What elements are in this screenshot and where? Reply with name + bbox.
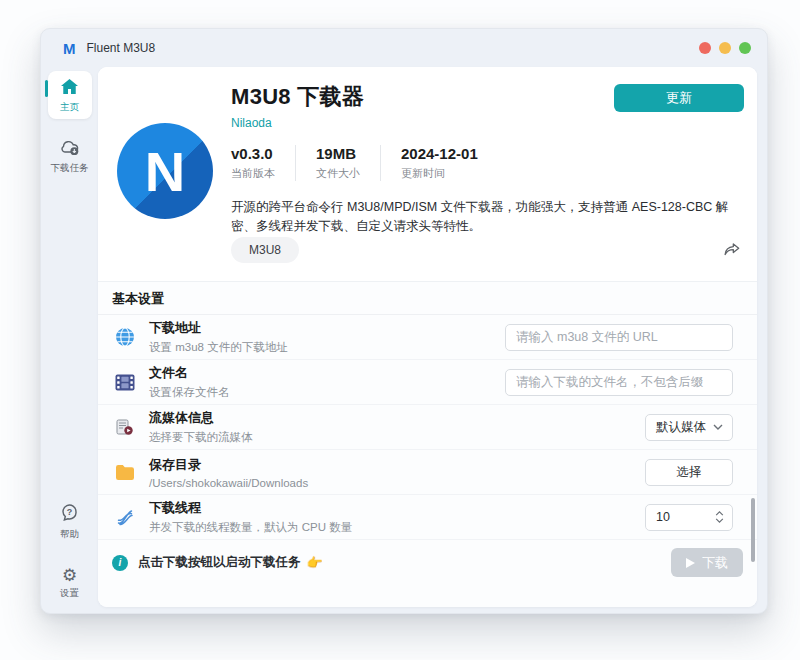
author-link[interactable]: Nilaoda	[231, 116, 272, 130]
sidebar-item-home[interactable]: 主页	[48, 71, 92, 119]
app-stats: v0.3.0 当前版本 19MB 文件大小 2024-12-01 更新时间	[231, 145, 498, 181]
main-panel: M3U8 下载器 Nilaoda 更新 N v0.3.0 当前版本 19MB 文…	[98, 67, 757, 607]
row-subtitle: /Users/shokokawaii/Downloads	[149, 477, 308, 489]
row-title: 流媒体信息	[149, 409, 253, 427]
choose-folder-button[interactable]: 选择	[645, 459, 733, 486]
gear-icon: ⚙	[48, 565, 92, 585]
media-select-value: 默认媒体	[656, 419, 706, 436]
row-subtitle: 设置保存文件名	[149, 385, 230, 400]
stat-label: 更新时间	[401, 166, 478, 181]
help-chat-icon: ?	[60, 508, 79, 525]
threads-icon	[112, 507, 138, 527]
sidebar: 主页 下载任务 ?	[41, 67, 98, 614]
sidebar-item-label: 主页	[48, 101, 92, 114]
title-bar: M Fluent M3U8	[41, 29, 767, 67]
stat-value: 19MB	[316, 145, 360, 162]
sidebar-item-label: 下载任务	[48, 162, 92, 175]
folder-icon	[112, 464, 138, 480]
filename-input[interactable]	[505, 369, 733, 396]
stat-label: 文件大小	[316, 166, 360, 181]
play-icon	[686, 558, 695, 568]
thread-count-stepper[interactable]: 10	[645, 504, 733, 531]
stat-size: 19MB 文件大小	[296, 145, 380, 181]
globe-icon	[112, 327, 138, 347]
sidebar-item-label: 帮助	[48, 528, 92, 541]
zoom-window-button[interactable]	[739, 42, 751, 54]
app-logo-icon: M	[63, 40, 76, 57]
minimize-window-button[interactable]	[719, 42, 731, 54]
settings-row-url: 下载地址 设置 m3u8 文件的下载地址	[98, 315, 757, 360]
film-icon	[112, 374, 138, 391]
row-subtitle: 并发下载的线程数量，默认为 CPU 数量	[149, 520, 352, 535]
app-header: M3U8 下载器 Nilaoda 更新 N v0.3.0 当前版本 19MB 文…	[98, 67, 757, 281]
settings-section: 基本设置 下载地址 设置 m3u8 文件的下载地址	[98, 281, 757, 607]
row-title: 保存目录	[149, 456, 308, 474]
download-footer: i 点击下载按钮以启动下载任务 👉 下载	[98, 540, 757, 585]
settings-row-threads: 下载线程 并发下载的线程数量，默认为 CPU 数量 10	[98, 495, 757, 540]
app-n-logo: N	[117, 123, 213, 219]
download-button-label: 下载	[702, 554, 728, 572]
thread-count-value: 10	[656, 510, 670, 524]
stat-label: 当前版本	[231, 166, 275, 181]
row-subtitle: 设置 m3u8 文件的下载地址	[149, 340, 288, 355]
cloud-download-icon	[59, 142, 81, 159]
row-subtitle: 选择要下载的流媒体	[149, 430, 253, 445]
info-icon: i	[112, 555, 128, 571]
home-icon	[60, 81, 79, 98]
stat-value: v0.3.0	[231, 145, 275, 162]
scrollbar-thumb[interactable]	[751, 498, 755, 562]
row-title: 文件名	[149, 364, 230, 382]
sidebar-item-settings[interactable]: ⚙ 设置	[48, 558, 92, 605]
download-button[interactable]: 下载	[671, 548, 743, 577]
media-select[interactable]: 默认媒体	[645, 414, 733, 441]
page-title: M3U8 下载器	[231, 82, 364, 112]
active-item-indicator	[45, 80, 48, 97]
app-window: M Fluent M3U8 主页	[40, 28, 768, 614]
svg-text:?: ?	[67, 507, 73, 517]
stat-value: 2024-12-01	[401, 145, 478, 162]
window-title: Fluent M3U8	[87, 41, 156, 55]
traffic-lights	[699, 42, 751, 54]
chevron-down-icon	[713, 424, 723, 430]
section-title: 基本设置	[98, 282, 757, 315]
app-n-logo-letter: N	[145, 139, 185, 204]
settings-row-filename: 文件名 设置保存文件名	[98, 360, 757, 405]
share-icon[interactable]	[723, 242, 741, 258]
url-input[interactable]	[505, 324, 733, 351]
stat-version: v0.3.0 当前版本	[231, 145, 295, 181]
stat-updated: 2024-12-01 更新时间	[381, 145, 498, 181]
row-title: 下载地址	[149, 319, 288, 337]
tag-row: M3U8	[231, 237, 741, 263]
media-info-icon	[112, 419, 138, 436]
sidebar-item-label: 设置	[48, 587, 92, 600]
footer-message: 点击下载按钮以启动下载任务	[138, 554, 301, 571]
pointing-finger-icon: 👉	[307, 555, 323, 570]
sidebar-item-download-tasks[interactable]: 下载任务	[48, 131, 92, 180]
close-window-button[interactable]	[699, 42, 711, 54]
row-title: 下载线程	[149, 499, 352, 517]
settings-row-save-dir: 保存目录 /Users/shokokawaii/Downloads 选择	[98, 450, 757, 495]
sidebar-item-help[interactable]: ? 帮助	[48, 496, 92, 546]
settings-row-stream-media: 流媒体信息 选择要下载的流媒体 默认媒体	[98, 405, 757, 450]
tag-m3u8: M3U8	[231, 237, 299, 263]
app-description: 开源的跨平台命令行 M3U8/MPD/ISM 文件下载器，功能强大，支持普通 A…	[231, 198, 745, 237]
stepper-chevrons[interactable]	[715, 511, 724, 523]
update-button[interactable]: 更新	[614, 84, 744, 112]
